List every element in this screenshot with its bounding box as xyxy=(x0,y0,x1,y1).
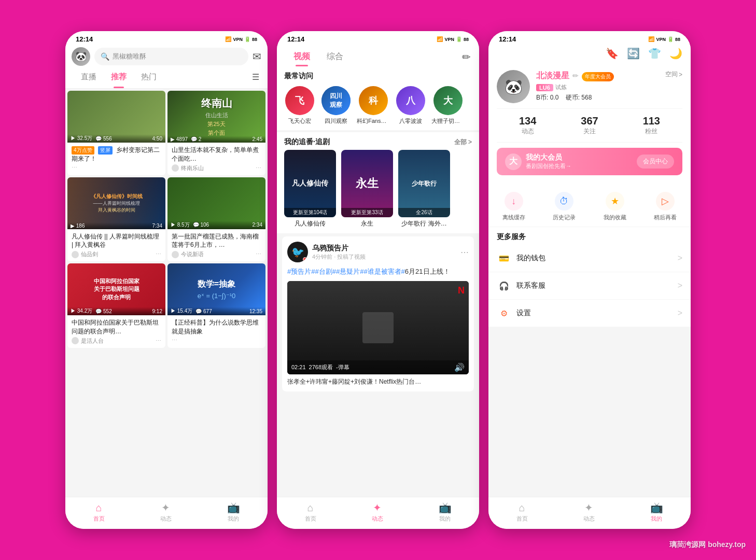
profile-avatar[interactable]: 🐼 xyxy=(497,70,530,103)
nav-mine-3[interactable]: 📺 我的 xyxy=(650,501,663,523)
mine-icon-3: 📺 xyxy=(650,501,663,514)
stat-following[interactable]: 367 关注 xyxy=(581,115,598,136)
video-card-4[interactable]: ▶ 8.5万 💬 106 2:34 第一批国产榴莲已成熟，海南榴莲将于6月上市，… xyxy=(167,177,265,262)
service-row-support[interactable]: 🎧 联系客服 > xyxy=(488,272,691,300)
drama-card-1[interactable]: 永生 更新至第33话 永生 xyxy=(341,150,393,228)
phone-1: 12:14 📶 VPN 🔋 88 🐼 🔍 黑椒糖唯酥 ✉ 直播 推 xyxy=(65,31,268,529)
service-row-wallet[interactable]: 💳 我的钱包 > xyxy=(488,245,691,272)
coins-row: B币: 0.0 硬币: 568 xyxy=(536,93,659,102)
video-title-2: 山里生活本就不复杂，简单单煮个面吃… xyxy=(172,146,261,163)
stat-fans[interactable]: 113 粉丝 xyxy=(643,115,660,136)
video-title-4: 第一批国产榴莲已成熟，海南榴莲将于6月上市，… xyxy=(172,232,261,250)
drama-list: 凡人修仙传 更新至第104话 凡人修仙传 永生 更新至第33话 永生 xyxy=(277,150,479,233)
member-badge-top: 年度大会员 xyxy=(582,72,614,81)
frequent-item-1[interactable]: 四川观察 四川观察 xyxy=(320,86,352,125)
service-watchlater[interactable]: ▷ 稍后再看 xyxy=(654,192,677,221)
service-offline[interactable]: ↓ 离线缓存 xyxy=(502,192,525,221)
netflix-logo: N xyxy=(458,285,465,296)
status-icons-1: 📶 VPN 🔋 88 xyxy=(225,36,257,42)
drama-badge-2: 全26话 xyxy=(398,208,450,217)
nav-home-2[interactable]: ⌂ 首页 xyxy=(305,502,316,523)
nav-dynamic-3[interactable]: ✦ 动态 xyxy=(583,501,595,523)
tab-recommend-1[interactable]: 推荐 xyxy=(104,70,134,84)
phone1-tabs: 直播 推荐 热门 ☰ xyxy=(65,70,268,89)
profile-name: 北淡漫星 xyxy=(536,71,569,81)
member-card-title: 我的大会员 xyxy=(526,153,571,162)
space-button[interactable]: 空间 > xyxy=(665,70,682,79)
nav-home-3[interactable]: ⌂ 首页 xyxy=(516,502,528,523)
p2-tab-composite[interactable]: 综合 xyxy=(318,47,352,66)
member-center-button[interactable]: 会员中心 xyxy=(637,155,674,169)
drama-title: 我的追番·追剧 xyxy=(284,137,330,147)
drama-more[interactable]: 全部 > xyxy=(454,138,472,147)
dynamic-icon-1: ✦ xyxy=(161,501,170,514)
frequent-item-3[interactable]: 八 八零波波 xyxy=(395,86,426,125)
drama-title-1: 永生 xyxy=(341,219,393,228)
status-bar-2: 12:14 📶 VPN 🔋 88 xyxy=(277,31,479,45)
nav-home-1[interactable]: ⌂ 首页 xyxy=(93,502,105,523)
phone2-tabs-header: 视频 综合 ✏ xyxy=(277,45,479,66)
wallet-icon: 💳 xyxy=(497,251,511,265)
more-services-title: 更多服务 xyxy=(488,227,691,245)
tab-live-1[interactable]: 直播 xyxy=(74,70,104,84)
status-bar-1: 12:14 📶 VPN 🔋 88 xyxy=(65,31,268,45)
service-row-settings[interactable]: ⚙ 设置 > xyxy=(488,300,691,327)
drama-card-2[interactable]: 少年歌行 全26话 少年歌行 海外… xyxy=(398,150,450,228)
frequent-list: 飞 飞天心宏 四川观察 四川观察 科 科幻Fans布玛 八 八零波波 xyxy=(277,84,479,130)
tab-hot-1[interactable]: 热门 xyxy=(134,70,164,84)
video-preview[interactable]: N 02:21 2768观看 -弹幕 🔊 xyxy=(287,281,469,374)
frequent-item-4[interactable]: 大 大狸子切切里 xyxy=(431,86,465,125)
bottom-nav-2: ⌂ 首页 ✦ 动态 📺 我的 xyxy=(277,497,479,529)
drama-badge-0: 更新至第104话 xyxy=(284,208,336,217)
user-avatar-1[interactable]: 🐼 xyxy=(72,47,90,66)
frequent-item-0[interactable]: 飞 飞天心宏 xyxy=(284,86,315,125)
status-time-1: 12:14 xyxy=(76,35,93,43)
wallet-arrow: > xyxy=(678,254,682,263)
video-card-3[interactable]: 《凡人修仙传》时间线 ——人界篇时间线梳理 拜入黄枫谷的时间 ▶ 186 7:3… xyxy=(67,177,165,262)
phone1-header: 🐼 🔍 黑椒糖唯酥 ✉ xyxy=(65,45,268,70)
p3-save-icon[interactable]: 🔖 xyxy=(606,47,619,60)
service-favorites[interactable]: ★ 我的收藏 xyxy=(604,192,626,221)
p3-wardrobe-icon[interactable]: 👕 xyxy=(648,47,661,60)
post-bottom-text: 张孝全+许玮甯+藤冈靛+刘俊谦！Netflix热门台… xyxy=(287,377,469,386)
mail-icon-1[interactable]: ✉ xyxy=(253,50,261,63)
video-card-6[interactable]: 数学=抽象 eˣ = (1−∫)⁻¹0 ▶ 15.4万 💬 677 12:35 xyxy=(167,263,265,348)
member-card-subtitle: 番剧国创抢先看→ xyxy=(526,162,571,170)
nav-mine-2[interactable]: 📺 我的 xyxy=(439,501,452,523)
level-text: 试炼 xyxy=(555,83,567,91)
video-card-2[interactable]: 终南山 住山生活 第25天 第个面 ▶ 4897 💬 2 2:45 xyxy=(167,91,265,175)
search-bar-1[interactable]: 🔍 黑椒糖唯酥 xyxy=(94,48,248,65)
status-time-3: 12:14 xyxy=(499,35,516,43)
service-watchlater-icon: ▷ xyxy=(656,192,675,211)
mine-icon-1: 📺 xyxy=(227,501,240,514)
frequent-item-2[interactable]: 科 科幻Fans布玛 xyxy=(357,86,390,125)
watermark: 璃茼洿源网 bohezy.top xyxy=(669,540,746,550)
video-card-1[interactable]: ▶ 32.5万 💬 556 4:50 4万点赞 竖屏 乡村变形记第二期来了！ xyxy=(67,91,165,175)
p2-edit-icon[interactable]: ✏ xyxy=(462,51,471,63)
profile-edit-icon[interactable]: ✏ xyxy=(572,72,579,80)
status-bar-3: 12:14 📶 VPN 🔋 88 xyxy=(488,31,691,45)
dynamic-icon-3: ✦ xyxy=(584,501,593,514)
nav-mine-1[interactable]: 📺 我的 xyxy=(227,501,240,523)
nav-dynamic-2[interactable]: ✦ 动态 xyxy=(372,501,383,523)
post-info: 乌鸦预告片 4分钟前 · 投稿了视频 xyxy=(312,244,456,261)
post-more-icon[interactable]: ⋯ xyxy=(460,247,469,257)
service-history[interactable]: ⏱ 历史记录 xyxy=(553,192,576,221)
volume-icon[interactable]: 🔊 xyxy=(454,362,465,372)
video-time: 02:21 xyxy=(291,364,306,370)
drama-card-0[interactable]: 凡人修仙传 更新至第104话 凡人修仙传 xyxy=(284,150,336,228)
p3-night-icon[interactable]: 🌙 xyxy=(669,47,682,60)
nav-dynamic-1[interactable]: ✦ 动态 xyxy=(160,501,172,523)
member-card[interactable]: 大 我的大会员 番剧国创抢先看→ 会员中心 xyxy=(497,148,682,175)
service-favorites-icon: ★ xyxy=(606,192,624,211)
level-badge: LU6 xyxy=(536,84,553,91)
p3-history-icon[interactable]: 🔄 xyxy=(627,47,640,60)
phone3-header: 🔖 🔄 👕 🌙 xyxy=(488,45,691,64)
video-card-5[interactable]: 中国和阿拉伯国家关于巴勒斯坦问题的联合声明 ▶ 34.2万 💬 552 9:12 xyxy=(67,263,165,348)
p2-tab-video[interactable]: 视频 xyxy=(285,47,318,66)
bottom-nav-3: ⌂ 首页 ✦ 动态 📺 我的 xyxy=(488,497,691,529)
stat-dynamic[interactable]: 134 动态 xyxy=(519,115,536,136)
post-header: 🐦 乌鸦预告片 4分钟前 · 投稿了视频 ⋯ xyxy=(287,242,469,262)
post-text: #预告片##台剧##悬疑片##谁是被害者#6月21日上线！ xyxy=(287,267,469,277)
menu-icon-1[interactable]: ☰ xyxy=(252,72,259,82)
